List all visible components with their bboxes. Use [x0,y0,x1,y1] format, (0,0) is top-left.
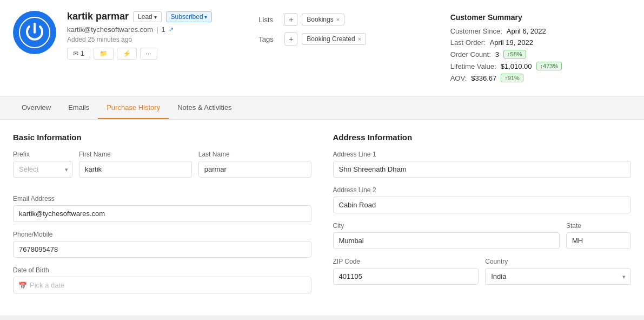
cs-last-order-value: April 19, 2022 [490,38,533,47]
cs-aov-row: AOV: $336.67 ↑91% [450,74,631,82]
more-icon: ··· [146,50,151,57]
tag-chip-close[interactable]: × [358,36,361,42]
address-line2-label: Address Line 2 [333,186,632,194]
phone-field-group: Phone/Mobile [13,231,311,258]
address-line2-input[interactable] [333,197,632,213]
pipe: | [156,25,158,34]
first-name-label: First Name [79,151,192,158]
email-count: 1 [162,25,165,34]
filter-icon: ⚡ [123,50,131,57]
external-link-icon[interactable]: ↗ [169,26,174,33]
cs-order-count-badge: ↑58% [503,50,526,58]
cs-aov-badge: ↑91% [501,74,523,82]
prefix-field-group: Prefix Select Mr Ms Mrs Dr [13,151,72,178]
email-action-btn[interactable]: ✉ 1 [67,48,90,60]
zip-country-row: ZIP Code Country India USA UK [333,258,632,293]
first-name-input[interactable] [79,161,192,178]
city-field-group: City [333,222,560,249]
prefix-label: Prefix [13,151,72,158]
cs-order-count-row: Order Count: 3 ↑58% [450,50,631,58]
tab-emails[interactable]: Emails [59,97,98,119]
phone-input[interactable] [13,241,311,258]
tab-notes[interactable]: Notes & Activities [169,97,240,119]
list-chip-close[interactable]: × [336,16,340,23]
added-text: Added 25 minutes ago [67,36,248,43]
avatar [13,11,56,54]
prefix-select-wrapper: Select Mr Ms Mrs Dr [13,161,72,178]
tag-chip-label: Booking Created [307,35,355,43]
zip-input[interactable] [333,268,479,285]
profile-info: kartik parmar Lead Subscribed kartik@tyc… [67,11,248,60]
list-chip-bookings: Bookings × [302,14,344,25]
tab-purchase-history[interactable]: Purchase History [98,97,169,119]
last-name-field-group: Last Name [198,151,311,178]
cs-last-order-label: Last Order: [450,38,486,47]
customer-summary-title: Customer Summary [450,13,631,22]
cs-lifetime-value-row: Lifetime Value: $1,010.00 ↑473% [450,62,631,70]
state-input[interactable] [566,232,631,249]
city-input[interactable] [333,232,560,249]
email-label: Email Address [13,195,311,203]
state-label: State [566,222,631,230]
country-field-group: Country India USA UK [485,258,631,285]
cs-order-count-label: Order Count: [450,50,491,58]
cs-customer-since-value: April 6, 2022 [507,27,546,35]
last-name-input[interactable] [198,161,311,178]
profile-email-row: kartik@tychesoftwares.com | 1 ↗ [67,25,248,34]
first-name-field-group: First Name [79,151,192,178]
tag-chip-booking-created: Booking Created × [302,33,366,45]
dob-input[interactable] [13,277,311,293]
cs-lifetime-value-label: Lifetime Value: [450,62,496,70]
calendar-icon: 📅 [18,281,27,289]
prefix-select[interactable]: Select Mr Ms Mrs Dr [13,161,72,178]
address-information-section: Address Information Address Line 1 Addre… [333,133,632,302]
email-icon: ✉ [73,50,78,57]
lead-badge[interactable]: Lead [133,11,161,22]
files-icon: 📁 [99,50,108,57]
cs-aov-value: $336.67 [471,74,496,82]
profile-actions: ✉ 1 📁 ⚡ ··· [67,48,248,60]
tags-row: Tags + Booking Created × [258,32,439,45]
profile-section: kartik parmar Lead Subscribed kartik@tyc… [0,0,644,97]
tags-add-button[interactable]: + [284,32,297,45]
email-field-group: Email Address [13,195,311,222]
basic-information-section: Basic Information Prefix Select Mr Ms Mr… [13,133,311,302]
filter-action-btn[interactable]: ⚡ [117,48,137,60]
list-chip-label: Bookings [307,16,333,23]
zip-field-group: ZIP Code [333,258,479,285]
cs-lifetime-value-badge: ↑473% [536,62,562,70]
tab-overview[interactable]: Overview [13,97,59,119]
profile-email: kartik@tychesoftwares.com [67,25,153,34]
address-line1-label: Address Line 1 [333,151,632,158]
lists-tags-section: Lists + Bookings × Tags + Booking Create… [258,11,439,52]
files-action-btn[interactable]: 📁 [94,48,114,60]
state-field-group: State [566,222,631,249]
lists-add-button[interactable]: + [284,13,297,26]
email-count-label: 1 [81,50,84,57]
dob-label: Date of Birth [13,266,311,274]
subscribed-badge[interactable]: Subscribed [166,11,213,22]
cs-lifetime-value-value: $1,010.00 [501,62,532,70]
profile-name: kartik parmar [67,11,129,22]
phone-label: Phone/Mobile [13,231,311,238]
tabs-section: Overview Emails Purchase History Notes &… [0,97,644,120]
dob-field-group: Date of Birth 📅 [13,266,311,293]
address-line1-input[interactable] [333,161,632,178]
tags-label: Tags [258,35,280,43]
address-info-title: Address Information [333,133,632,142]
cs-customer-since-label: Customer Since: [450,27,502,35]
main-content: Basic Information Prefix Select Mr Ms Mr… [0,120,644,315]
city-state-row: City State [333,222,632,258]
cs-order-count-value: 3 [495,50,499,58]
email-input[interactable] [13,205,311,222]
cs-customer-since-row: Customer Since: April 6, 2022 [450,27,631,35]
country-select-wrapper: India USA UK [485,268,631,285]
cs-last-order-row: Last Order: April 19, 2022 [450,38,631,47]
country-select[interactable]: India USA UK [485,268,631,285]
profile-name-row: kartik parmar Lead Subscribed [67,11,248,22]
last-name-label: Last Name [198,151,311,158]
city-label: City [333,222,560,230]
basic-info-title: Basic Information [13,133,311,142]
customer-summary: Customer Summary Customer Since: April 6… [450,11,631,86]
more-action-btn[interactable]: ··· [140,48,157,60]
